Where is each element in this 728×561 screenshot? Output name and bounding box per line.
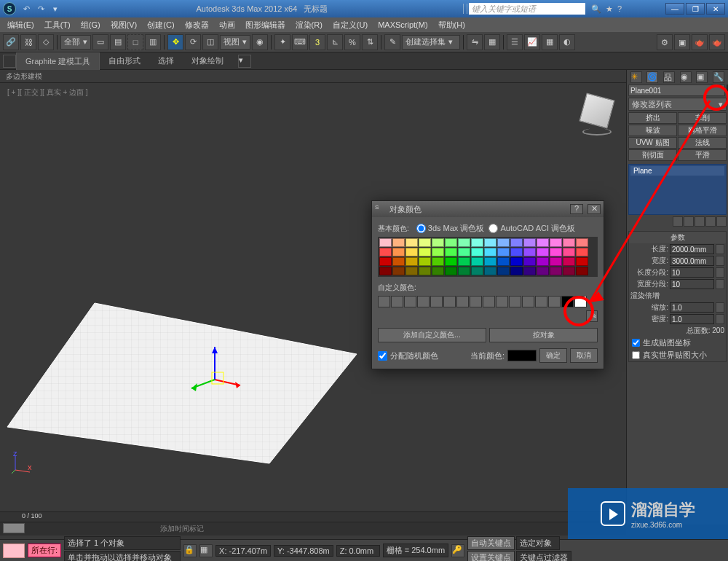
palette-swatch[interactable] — [576, 238, 588, 247]
custom-swatch[interactable] — [456, 296, 469, 307]
palette-swatch[interactable] — [537, 267, 549, 275]
palette-swatch[interactable] — [405, 248, 418, 256]
spinner-snap-icon[interactable]: ⇅ — [362, 34, 378, 50]
plane-object[interactable] — [0, 296, 364, 471]
menu-rendering[interactable]: 渲染(R) — [291, 18, 327, 32]
palette-swatch[interactable] — [392, 248, 405, 256]
lseg-spinner[interactable] — [716, 267, 724, 278]
add-custom-button[interactable]: 添加自定义颜色... — [378, 328, 486, 342]
custom-swatch[interactable] — [378, 296, 390, 307]
lseg-input[interactable] — [670, 267, 714, 278]
palette-swatch[interactable] — [497, 257, 510, 266]
modbtn-smooth[interactable]: 平滑 — [678, 149, 727, 161]
palette-swatch[interactable] — [432, 267, 444, 275]
modifier-stack[interactable]: Plane — [628, 164, 727, 215]
isolate-icon[interactable]: ▦ — [199, 544, 213, 557]
scale-spinner[interactable] — [716, 302, 724, 313]
named-sel-sets[interactable]: 创建选择集▾ — [402, 35, 460, 50]
palette-swatch[interactable] — [563, 267, 575, 275]
palette-swatch[interactable] — [392, 238, 405, 247]
palette-swatch[interactable] — [550, 248, 562, 256]
modbtn-meshsmooth[interactable]: 网格平滑 — [678, 125, 727, 136]
key-filters[interactable]: 关键点过滤器 — [516, 551, 571, 561]
angle-snap-icon[interactable]: ⊾ — [327, 34, 343, 50]
palette-swatch[interactable] — [471, 248, 483, 256]
palette-swatch[interactable] — [405, 257, 418, 266]
width-input[interactable] — [670, 256, 714, 266]
menu-tools[interactable]: 工具(T) — [40, 18, 75, 32]
modifier-list-dropdown[interactable]: 修改器列表▾ — [628, 98, 727, 111]
viewcube[interactable] — [575, 92, 619, 136]
app-logo-icon[interactable]: S — [3, 2, 16, 15]
custom-swatch[interactable] — [391, 296, 403, 307]
stack-remove-icon[interactable] — [705, 216, 716, 227]
mirror-icon[interactable]: ⇋ — [467, 34, 483, 50]
modbtn-normal[interactable]: 法线 — [678, 137, 727, 149]
selection-filter[interactable]: 全部▾ — [60, 35, 91, 50]
trackbar[interactable]: 0 / 100 添加时间标记 — [0, 511, 626, 539]
by-object-button[interactable]: 按对象 — [489, 328, 598, 342]
palette-swatch[interactable] — [510, 267, 523, 275]
ribbon-minimize-icon[interactable]: ▾ — [238, 55, 251, 68]
scale-icon[interactable]: ◫ — [202, 34, 218, 50]
density-spinner[interactable] — [716, 314, 724, 324]
coord-x[interactable]: X: -217.407m — [215, 545, 271, 557]
modbtn-noise[interactable]: 噪波 — [628, 125, 677, 136]
render-setup-icon[interactable]: ⚙ — [657, 34, 673, 50]
gen-uv-checkbox[interactable] — [632, 339, 640, 347]
pivot-icon[interactable]: ◉ — [252, 34, 268, 50]
favorite-icon[interactable]: ★ — [606, 4, 613, 14]
width-spinner[interactable] — [716, 256, 724, 266]
menu-modifiers[interactable]: 修改器 — [181, 18, 213, 32]
menu-grapheditors[interactable]: 图形编辑器 — [241, 18, 290, 32]
palette-swatch[interactable] — [432, 248, 444, 256]
custom-swatch[interactable] — [404, 296, 416, 307]
menu-group[interactable]: 组(G) — [76, 18, 105, 32]
palette-swatch[interactable] — [419, 257, 431, 266]
palette-swatch[interactable] — [458, 238, 470, 247]
palette-swatch[interactable] — [523, 257, 536, 266]
custom-swatch[interactable] — [417, 296, 430, 307]
palette-swatch[interactable] — [510, 238, 523, 247]
palette-swatch[interactable] — [523, 248, 536, 256]
search-icon[interactable]: 🔍 — [591, 4, 601, 14]
menu-create[interactable]: 创建(C) — [143, 18, 178, 32]
palette-swatch[interactable] — [576, 257, 588, 266]
unlink-icon[interactable]: ⛓ — [20, 34, 36, 50]
render-icon[interactable]: 🫖 — [692, 34, 708, 50]
help-icon[interactable]: ? — [617, 4, 622, 14]
align-icon[interactable]: ▦ — [484, 34, 500, 50]
color-palette[interactable] — [378, 237, 598, 277]
palette-swatch[interactable] — [484, 248, 496, 256]
palette-swatch[interactable] — [484, 267, 496, 275]
wseg-input[interactable] — [670, 279, 714, 289]
stack-item-plane[interactable]: Plane — [630, 166, 724, 176]
assign-random-checkbox[interactable]: 分配随机颜色 — [378, 350, 438, 361]
script-listener[interactable] — [3, 544, 25, 558]
palette-swatch[interactable] — [458, 267, 470, 275]
modbtn-lathe[interactable]: 车削 — [678, 112, 727, 124]
palette-swatch[interactable] — [537, 248, 549, 256]
custom-swatch[interactable] — [561, 296, 574, 307]
palette-swatch[interactable] — [419, 248, 431, 256]
material-editor-icon[interactable]: ◐ — [559, 34, 575, 50]
ribbon-tab-graphite[interactable]: Graphite 建模工具 — [16, 52, 100, 70]
palette-swatch[interactable] — [471, 267, 483, 275]
custom-swatch[interactable] — [470, 296, 482, 307]
ribbon-tab-paint[interactable]: 对象绘制 — [183, 52, 232, 69]
palette-swatch[interactable] — [563, 248, 575, 256]
menu-maxscript[interactable]: MAXScript(M) — [373, 19, 432, 31]
panel-tab-hierarchy-icon[interactable]: 品 — [663, 71, 675, 83]
custom-swatch[interactable] — [443, 296, 456, 307]
palette-swatch[interactable] — [379, 238, 392, 247]
bind-icon[interactable]: ◇ — [38, 34, 54, 50]
lock-icon[interactable]: 🔒 — [183, 544, 197, 557]
palette-swatch[interactable] — [563, 257, 575, 266]
qat-drop-icon[interactable]: ▾ — [50, 3, 61, 15]
selection-lock-icon[interactable]: ✎ — [384, 34, 400, 50]
move-icon[interactable]: ✥ — [167, 34, 183, 50]
stack-config-icon[interactable] — [716, 216, 727, 227]
palette-swatch[interactable] — [576, 267, 588, 275]
palette-swatch[interactable] — [458, 248, 470, 256]
palette-swatch[interactable] — [550, 257, 562, 266]
